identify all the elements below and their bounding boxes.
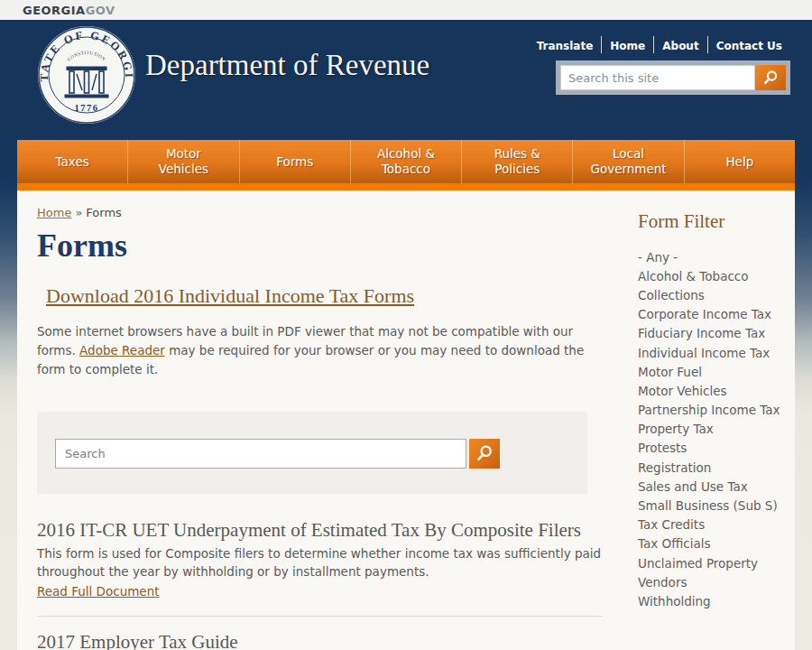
form-filter-list: - Any - Alcohol & Tobacco Collections Co… [638, 247, 786, 611]
filter-option-tax-credits[interactable]: Tax Credits [638, 515, 786, 534]
site-search-bar [556, 60, 790, 95]
nav-item-taxes[interactable]: Taxes [17, 140, 128, 183]
search-icon [762, 70, 779, 86]
utility-link-translate[interactable]: Translate [529, 36, 602, 53]
form-listing-title: 2016 IT-CR UET Underpayment of Estimated… [37, 519, 602, 542]
main-content: Home»Forms Forms Download 2016 Individua… [17, 190, 623, 650]
download-2016-forms-link[interactable]: Download 2016 Individual Income Tax Form… [46, 284, 414, 308]
nav-item-rules-policies[interactable]: Rules & Policies [462, 140, 573, 183]
read-full-document-link[interactable]: Read Full Document [37, 584, 160, 599]
site-search-input[interactable] [560, 65, 755, 90]
filter-option-motor-vehicles[interactable]: Motor Vehicles [638, 381, 786, 400]
svg-text:1776: 1776 [75, 103, 99, 113]
site-title: Department of Revenue [145, 49, 429, 82]
filter-option-tax-officials[interactable]: Tax Officials [638, 534, 786, 553]
search-icon [475, 444, 494, 462]
filter-option-collections[interactable]: Collections [638, 285, 786, 304]
utility-link-contact[interactable]: Contact Us [707, 36, 790, 53]
filter-option-small-business[interactable]: Small Business (Sub S) [638, 496, 786, 515]
utility-link-about[interactable]: About [653, 36, 706, 53]
georgia-gov-bar: GEORGIAGOV [0, 0, 812, 20]
georgia-gov-logo[interactable]: GEORGIA [23, 4, 86, 17]
form-listing: 2016 IT-CR UET Underpayment of Estimated… [37, 505, 602, 617]
form-listing: 2017 Employer Tax Guide Learn about the … [37, 616, 602, 650]
pdf-notice: Some internet browsers have a built in P… [37, 322, 614, 379]
forms-search-panel [37, 412, 587, 494]
utility-link-home[interactable]: Home [601, 36, 653, 53]
filter-option-property-tax[interactable]: Property Tax [638, 420, 786, 439]
breadcrumb-home-link[interactable]: Home [37, 206, 71, 219]
adobe-reader-link[interactable]: Adobe Reader [79, 343, 165, 358]
filter-option-protests[interactable]: Protests [638, 439, 786, 458]
site-header: STATE OF GEORGIA CONSTITUTION 1776 Depar… [0, 20, 812, 140]
forms-search-input[interactable] [55, 439, 466, 469]
form-filter-sidebar: Form Filter - Any - Alcohol & Tobacco Co… [623, 190, 795, 650]
nav-item-help[interactable]: Help [685, 140, 795, 183]
form-listing-title: 2017 Employer Tax Guide [37, 631, 602, 650]
nav-accent-strip [17, 183, 795, 190]
breadcrumb-current: Forms [86, 206, 122, 219]
filter-option-any[interactable]: - Any - [638, 247, 786, 266]
filter-option-registration[interactable]: Registration [638, 458, 786, 477]
filter-option-withholding[interactable]: Withholding [638, 591, 786, 610]
site-search-button[interactable] [755, 65, 786, 90]
form-filter-title: Form Filter [638, 210, 786, 233]
forms-search-button[interactable] [469, 439, 500, 469]
nav-item-forms[interactable]: Forms [240, 140, 351, 183]
nav-item-alcohol-tobacco[interactable]: Alcohol & Tobacco [351, 140, 462, 183]
utility-nav: Translate Home About Contact Us [529, 36, 790, 53]
filter-option-vendors[interactable]: Vendors [638, 572, 786, 591]
filter-option-fiduciary-income-tax[interactable]: Fiduciary Income Tax [638, 324, 786, 343]
filter-option-individual-income-tax[interactable]: Individual Income Tax [638, 343, 786, 362]
form-listing-description: This form is used for Composite filers t… [37, 544, 602, 581]
breadcrumb-separator: » [75, 206, 82, 219]
main-nav: Taxes Motor Vehicles Forms Alcohol & Tob… [17, 140, 795, 183]
filter-option-partnership-income-tax[interactable]: Partnership Income Tax [638, 401, 786, 420]
filter-option-alcohol-tobacco[interactable]: Alcohol & Tobacco [638, 266, 786, 285]
page-title: Forms [37, 227, 602, 265]
nav-item-local-government[interactable]: Local Government [573, 140, 684, 183]
georgia-state-seal-logo[interactable]: STATE OF GEORGIA CONSTITUTION 1776 [37, 25, 136, 125]
breadcrumb: Home»Forms [37, 206, 602, 219]
nav-item-motor-vehicles[interactable]: Motor Vehicles [128, 140, 239, 183]
filter-option-motor-fuel[interactable]: Motor Fuel [638, 362, 786, 381]
filter-option-sales-and-use-tax[interactable]: Sales and Use Tax [638, 477, 786, 496]
filter-option-corporate-income-tax[interactable]: Corporate Income Tax [638, 305, 786, 324]
filter-option-unclaimed-property[interactable]: Unclaimed Property [638, 553, 786, 572]
